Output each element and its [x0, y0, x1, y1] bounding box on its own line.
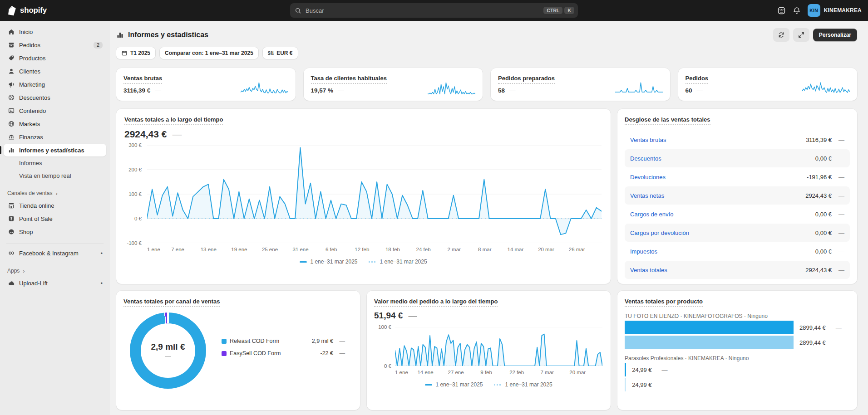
- sidebar-item-clientes[interactable]: Clientes: [4, 65, 106, 78]
- aov-chart-card: Valor medio del pedido a lo largo del ti…: [367, 291, 611, 410]
- storefront-icon: [7, 202, 15, 210]
- apps-header[interactable]: Apps ›: [4, 265, 106, 277]
- breakdown-link[interactable]: Devoluciones: [630, 174, 666, 181]
- product-label: Parasoles Profesionales · KINEMAKREA · N…: [625, 355, 850, 361]
- legend-swatch: [222, 339, 227, 344]
- marketing-icon: [7, 81, 15, 88]
- tag-icon: [7, 54, 15, 62]
- sidebar-item-label: Productos: [19, 55, 103, 62]
- date-range-filter[interactable]: T1 2025: [116, 47, 155, 59]
- shortcut-key-ctrl: CTRL: [543, 7, 562, 15]
- sidebar-item-contenido[interactable]: Contenido: [4, 104, 106, 117]
- global-search[interactable]: CTRL K: [290, 3, 578, 18]
- x-tick-label: 22 feb: [509, 370, 524, 375]
- sidebar-item-markets[interactable]: Markets: [4, 117, 106, 130]
- kpi-value: 60: [686, 87, 692, 94]
- x-axis-labels: 1 ene7 ene13 ene19 ene25 ene31 ene6 feb1…: [147, 246, 602, 254]
- aov-chart-title[interactable]: Valor medio del pedido a lo largo del ti…: [374, 298, 498, 307]
- kpi-title[interactable]: Pedidos preparados: [498, 75, 555, 84]
- sidebar-item-point-of-sale[interactable]: Point of Sale: [4, 212, 106, 225]
- sidebar-subitem-informes[interactable]: Informes: [4, 157, 106, 169]
- breakdown-link[interactable]: Ventas netas: [630, 192, 664, 199]
- legend-label: 1 ene–31 mar 2025: [380, 259, 427, 265]
- sidebar-item-productos[interactable]: Productos: [4, 52, 106, 64]
- sidebar-item-shop[interactable]: Shop: [4, 225, 106, 238]
- sidebar-subitem-vista-en-tiempo-real[interactable]: Vista en tiempo real: [4, 170, 106, 182]
- sidebar-item-label: Shop: [19, 229, 103, 235]
- kpi-title[interactable]: Ventas brutas: [123, 75, 162, 84]
- kpi-title[interactable]: Tasa de clientes habituales: [311, 75, 387, 84]
- breakdown-link[interactable]: Cargos por devolución: [630, 229, 689, 236]
- breakdown-link[interactable]: Ventas brutas: [630, 137, 666, 143]
- kpi-value: 3116,39 €: [123, 87, 150, 94]
- breakdown-delta: —: [832, 229, 844, 236]
- breakdown-row-ventas-totales: Ventas totales 2924,43 € —: [625, 261, 850, 279]
- x-tick-label: 9 feb: [480, 370, 492, 375]
- legend-item-solid: 1 ene–31 mar 2025: [300, 259, 357, 265]
- breakdown-value: 0,00 €: [815, 155, 832, 162]
- legend-label: 1 ene–31 mar 2025: [435, 381, 483, 388]
- sales-breakdown-title[interactable]: Desglose de las ventas totales: [625, 116, 710, 125]
- x-tick-label: 31 ene: [292, 247, 308, 252]
- breakdown-link[interactable]: Cargos de envío: [630, 211, 673, 218]
- x-tick-label: 7 mar: [541, 370, 554, 375]
- sidebar-item-descuentos[interactable]: Descuentos: [4, 91, 106, 104]
- sidebar-item-label: Finanzas: [19, 134, 103, 141]
- kpi-title[interactable]: Pedidos: [686, 75, 709, 84]
- sales-by-product-title[interactable]: Ventas totales por producto: [625, 298, 703, 307]
- current-period-bar: [625, 321, 794, 334]
- previous-period-bar: [625, 378, 626, 391]
- user-menu[interactable]: KIN KINEMAKREA: [808, 4, 862, 17]
- sales-channels-header[interactable]: Canales de ventas ›: [4, 187, 106, 199]
- sidebar-item-tienda-online[interactable]: Tienda online: [4, 199, 106, 212]
- notifications-bell-icon[interactable]: [793, 6, 801, 15]
- sidebar-item-marketing[interactable]: Marketing: [4, 78, 106, 91]
- x-tick-label: 24 feb: [416, 247, 431, 252]
- total-sales-line-chart: [147, 145, 602, 243]
- legend-swatch: [222, 351, 227, 356]
- sidebar-item-facebook-instagram[interactable]: Facebook & Instagram •: [4, 247, 106, 259]
- store-icon[interactable]: [777, 6, 786, 15]
- total-sales-chart-title[interactable]: Ventas totales a lo largo del tiempo: [124, 116, 223, 125]
- orders-count-badge: 2: [94, 42, 103, 49]
- breakdown-row-ventas-netas: Ventas netas 2924,43 € —: [625, 186, 850, 205]
- shopify-logo[interactable]: shopify: [0, 5, 47, 16]
- sidebar-subitem-label: Vista en tiempo real: [19, 172, 71, 179]
- channel-value: -22 €: [299, 350, 333, 356]
- bar-delta: —: [836, 324, 842, 331]
- legend-swatch: [494, 384, 502, 386]
- breakdown-link[interactable]: Ventas totales: [630, 267, 667, 273]
- bar-value: 2899,44 €: [799, 339, 826, 346]
- channel-legend: Releasit COD Form 2,9 mil € — EasySell C…: [222, 338, 345, 389]
- customize-button[interactable]: Personalizar: [813, 29, 857, 41]
- total-sales-value: 2924,43 €: [124, 129, 167, 140]
- sidebar-item-finanzas[interactable]: Finanzas: [4, 131, 106, 143]
- sales-by-product-card: Ventas totales por producto TU FOTO EN L…: [617, 291, 857, 410]
- brand-wordmark: shopify: [20, 6, 47, 15]
- channel-legend-row-releasit-cod-form: Releasit COD Form 2,9 mil € —: [222, 338, 345, 344]
- sidebar-item-label: Inicio: [19, 29, 103, 35]
- channel-donut-chart: 2,9 mil € —: [130, 312, 206, 389]
- currency-filter[interactable]: $⇅ EUR €: [263, 47, 298, 59]
- refresh-button[interactable]: [773, 28, 789, 42]
- home-icon: [7, 28, 15, 36]
- sales-by-channel-card: Ventas totales por canal de ventas 2,9 m…: [116, 291, 360, 410]
- sidebar-item-informes-y-estad-sticas[interactable]: Informes y estadísticas: [4, 144, 106, 156]
- sales-by-channel-title[interactable]: Ventas totales por canal de ventas: [123, 298, 220, 307]
- x-tick-label: 20 mar: [569, 370, 586, 375]
- kpi-sparkline: [802, 81, 850, 95]
- bar-value: 2899,44 €: [799, 324, 826, 331]
- fullscreen-button[interactable]: [793, 28, 809, 42]
- sidebar-item-inicio[interactable]: Inicio: [4, 25, 106, 38]
- status-dot: •: [100, 250, 103, 257]
- sidebar-item-upload-lift[interactable]: Upload-Lift •: [4, 277, 106, 289]
- channel-legend-row-easysell-cod-form: EasySell COD Form -22 € —: [222, 350, 345, 356]
- compare-filter[interactable]: Comparar con: 1 ene–31 mar 2025: [160, 47, 258, 59]
- sidebar-item-label: Tienda online: [19, 202, 103, 209]
- search-input[interactable]: [305, 7, 542, 15]
- breakdown-link[interactable]: Impuestos: [630, 248, 657, 255]
- shop-icon: [7, 228, 15, 236]
- breakdown-link[interactable]: Descuentos: [630, 155, 661, 162]
- y-axis-labels: 100 €0 €: [374, 327, 394, 366]
- sidebar-item-pedidos[interactable]: Pedidos 2: [4, 39, 106, 51]
